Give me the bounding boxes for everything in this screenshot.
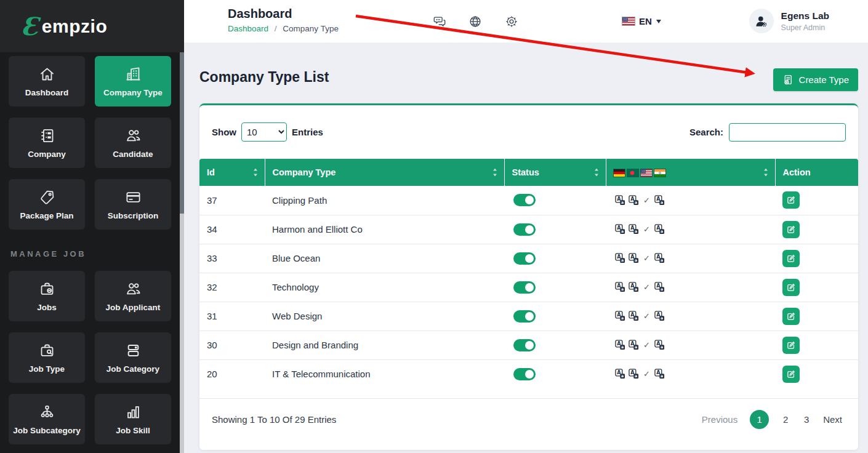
sort-icon[interactable] bbox=[492, 169, 497, 177]
translate-icon[interactable]: Aa bbox=[629, 340, 639, 350]
status-toggle[interactable] bbox=[513, 310, 536, 323]
edit-button[interactable] bbox=[782, 337, 800, 354]
search-label: Search: bbox=[689, 127, 723, 137]
chat-icon[interactable] bbox=[433, 15, 446, 28]
edit-button[interactable] bbox=[782, 250, 800, 267]
translate-icon[interactable]: Aa bbox=[654, 282, 665, 292]
translate-icon[interactable]: Aa bbox=[615, 340, 625, 350]
column-header-languages[interactable] bbox=[606, 159, 775, 186]
avatar bbox=[749, 9, 774, 33]
translate-icon[interactable]: Aa bbox=[615, 282, 625, 292]
user-menu[interactable]: Egens Lab Super Admin bbox=[749, 9, 829, 33]
column-header-company-type[interactable]: Company Type bbox=[265, 159, 504, 186]
translate-icon[interactable]: Aa bbox=[654, 253, 665, 263]
gear-icon[interactable] bbox=[505, 15, 518, 28]
edit-button[interactable] bbox=[782, 308, 800, 325]
sidebar-item-dashboard[interactable]: Dashboard bbox=[9, 56, 85, 106]
svg-text:a: a bbox=[635, 374, 637, 379]
entries-select[interactable]: 10 bbox=[241, 122, 287, 142]
translate-icon[interactable]: Aa bbox=[654, 369, 665, 379]
bar-chart-icon bbox=[125, 404, 142, 420]
edit-button[interactable] bbox=[782, 366, 800, 383]
column-header-status[interactable]: Status bbox=[504, 159, 606, 186]
user-name: Egens Lab bbox=[781, 10, 829, 22]
sidebar-item-job-applicant[interactable]: Job Applicant bbox=[95, 271, 171, 321]
germany-flag-icon bbox=[614, 169, 625, 177]
status-toggle[interactable] bbox=[513, 339, 536, 351]
status-toggle[interactable] bbox=[513, 252, 536, 265]
translate-icon[interactable]: Aa bbox=[654, 224, 665, 235]
row-id: 30 bbox=[199, 331, 265, 359]
edit-button[interactable] bbox=[782, 221, 800, 238]
sort-icon[interactable] bbox=[594, 169, 599, 177]
translate-icon[interactable]: Aa bbox=[615, 195, 625, 206]
sidebar-scrollbar[interactable] bbox=[180, 52, 184, 453]
edit-button[interactable] bbox=[782, 279, 800, 296]
pagination-page-1[interactable]: 1 bbox=[750, 410, 769, 429]
translate-icon[interactable]: Aa bbox=[629, 224, 639, 235]
table-row: 33 Blue Ocean AaAa✓Aa bbox=[199, 244, 858, 273]
breadcrumb-current: Company Type bbox=[283, 24, 339, 33]
status-toggle[interactable] bbox=[513, 281, 536, 294]
sidebar-section-main: Dashboard Company Type Company Candidate… bbox=[9, 56, 184, 230]
pagination-page-2[interactable]: 2 bbox=[781, 414, 790, 425]
pagination-pages: 123 bbox=[750, 410, 811, 429]
column-header-id[interactable]: Id bbox=[199, 159, 265, 186]
content-area: Company Type List Create Type Show 10 En… bbox=[184, 43, 868, 453]
translate-icon[interactable]: Aa bbox=[615, 311, 625, 321]
usa-flag-icon bbox=[641, 169, 652, 177]
edit-button[interactable] bbox=[782, 191, 800, 209]
sidebar-item-job-type[interactable]: Job Type bbox=[9, 332, 85, 383]
sidebar-item-job-skill[interactable]: Job Skill bbox=[95, 394, 171, 444]
pagination-next[interactable]: Next bbox=[823, 414, 842, 425]
sort-icon[interactable] bbox=[763, 169, 768, 177]
sort-icon[interactable] bbox=[253, 169, 258, 177]
sidebar-item-job-subcategory[interactable]: Job Subcategory bbox=[9, 394, 85, 444]
translate-icon[interactable]: Aa bbox=[654, 311, 665, 321]
check-icon: ✓ bbox=[643, 196, 650, 205]
create-type-button[interactable]: Create Type bbox=[773, 68, 858, 91]
table-row: 31 Web Design AaAa✓Aa bbox=[199, 302, 858, 331]
language-selector[interactable]: EN bbox=[622, 16, 661, 26]
credit-card-icon bbox=[125, 189, 142, 206]
search-input[interactable] bbox=[729, 123, 846, 142]
breadcrumb-parent[interactable]: Dashboard bbox=[228, 24, 268, 33]
sidebar-nav: Dashboard Company Type Company Candidate… bbox=[0, 52, 184, 444]
translate-icon[interactable]: Aa bbox=[615, 369, 625, 379]
translate-icon[interactable]: Aa bbox=[629, 195, 639, 206]
translate-icon[interactable]: Aa bbox=[629, 311, 639, 321]
svg-text:a: a bbox=[621, 258, 624, 262]
globe-icon[interactable] bbox=[468, 15, 482, 28]
status-toggle[interactable] bbox=[513, 368, 536, 380]
brand-logo[interactable]: Ɛ empzio bbox=[0, 0, 184, 52]
sidebar-item-candidate[interactable]: Candidate bbox=[95, 118, 171, 168]
translate-icon[interactable]: Aa bbox=[654, 340, 665, 350]
sidebar-item-company-type[interactable]: Company Type bbox=[95, 56, 171, 106]
row-languages: AaAa✓Aa bbox=[613, 282, 775, 292]
pagination-previous[interactable]: Previous bbox=[702, 414, 737, 425]
pagination-page-3[interactable]: 3 bbox=[802, 414, 811, 425]
translate-icon[interactable]: Aa bbox=[629, 253, 639, 263]
svg-text:a: a bbox=[635, 287, 637, 291]
sidebar-item-job-category[interactable]: Job Category bbox=[95, 332, 171, 383]
breadcrumb-separator: / bbox=[275, 24, 277, 33]
sidebar-item-company[interactable]: Company bbox=[9, 118, 85, 168]
sidebar-item-package-plan[interactable]: Package Plan bbox=[9, 179, 85, 230]
sidebar-item-subscription[interactable]: Subscription bbox=[95, 179, 171, 230]
main-area: Dashboard Dashboard / Company Type EN Eg… bbox=[184, 0, 868, 453]
status-toggle[interactable] bbox=[513, 223, 536, 236]
row-languages: AaAa✓Aa bbox=[613, 195, 775, 206]
translate-icon[interactable]: Aa bbox=[615, 253, 625, 263]
row-company-type: Design and Branding bbox=[265, 331, 504, 359]
users-icon bbox=[125, 281, 142, 297]
svg-text:a: a bbox=[661, 258, 663, 262]
row-company-type: Technology bbox=[265, 273, 504, 302]
translate-icon[interactable]: Aa bbox=[629, 282, 639, 292]
sidebar-item-jobs[interactable]: Jobs bbox=[9, 271, 85, 321]
translate-icon[interactable]: Aa bbox=[629, 369, 639, 379]
breadcrumb: Dashboard / Company Type bbox=[228, 24, 339, 33]
status-toggle[interactable] bbox=[513, 194, 536, 206]
translate-icon[interactable]: Aa bbox=[615, 224, 625, 235]
sidebar-scrollbar-thumb[interactable] bbox=[180, 52, 184, 214]
translate-icon[interactable]: Aa bbox=[654, 195, 665, 206]
